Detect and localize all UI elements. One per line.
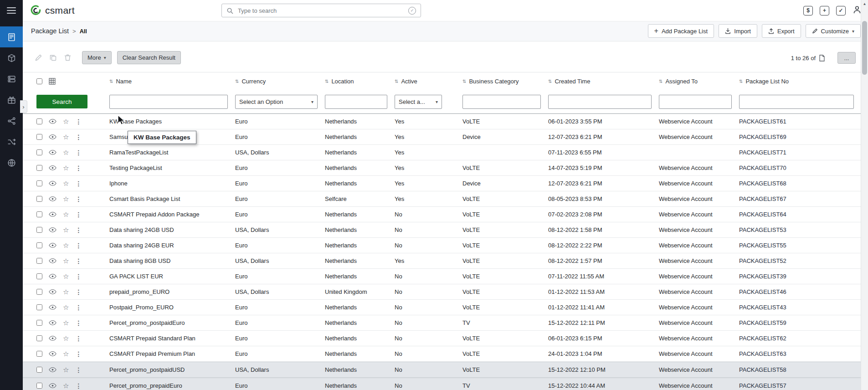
clear-search-button[interactable]: Clear Search Result bbox=[117, 51, 181, 64]
filter-package-list-no-input[interactable] bbox=[739, 95, 854, 109]
row-menu-icon[interactable]: ⋮ bbox=[75, 304, 82, 311]
cell-name[interactable]: Data sharing 8GB USD bbox=[109, 257, 235, 264]
favorite-icon[interactable]: ☆ bbox=[63, 319, 69, 326]
view-icon[interactable] bbox=[49, 212, 56, 217]
favorite-icon[interactable]: ☆ bbox=[63, 366, 69, 373]
view-icon[interactable] bbox=[49, 351, 56, 356]
table-row[interactable]: ☆ ⋮ Data sharing 24GB USD USA, Dollars N… bbox=[23, 222, 861, 238]
table-row[interactable]: ☆ ⋮ Percet_promo_postpaidEuro Euro Nethe… bbox=[23, 315, 861, 331]
tasks-icon[interactable]: ✓ bbox=[836, 6, 846, 15]
row-checkbox[interactable] bbox=[36, 273, 42, 279]
customize-button[interactable]: Customize ▾ bbox=[806, 24, 861, 38]
row-checkbox[interactable] bbox=[36, 227, 42, 233]
table-row[interactable]: ☆ ⋮ Postpaid_Promo_EURO Euro Netherlands… bbox=[23, 300, 861, 315]
user-profile-icon[interactable] bbox=[853, 5, 862, 16]
search-scope-icon[interactable]: ✓ bbox=[408, 7, 416, 15]
view-icon[interactable] bbox=[49, 119, 56, 124]
global-search[interactable]: ✓ bbox=[221, 4, 421, 17]
favorite-icon[interactable]: ☆ bbox=[63, 304, 69, 311]
row-checkbox[interactable] bbox=[36, 165, 42, 171]
view-icon[interactable] bbox=[49, 165, 56, 170]
filter-active-select[interactable]: Select a... ▾ bbox=[395, 95, 442, 109]
row-checkbox[interactable] bbox=[36, 320, 42, 326]
cell-name[interactable]: Iphone bbox=[109, 180, 235, 187]
sort-icon[interactable]: ⇅ bbox=[548, 79, 552, 84]
row-checkbox[interactable] bbox=[36, 180, 42, 186]
scrollbar-thumb[interactable] bbox=[862, 21, 867, 75]
favorite-icon[interactable]: ☆ bbox=[63, 149, 69, 156]
table-row[interactable]: ☆ ⋮ Iphone Euro Netherlands Yes Device 1… bbox=[23, 176, 861, 191]
favorite-icon[interactable]: ☆ bbox=[63, 335, 69, 342]
scroll-up-icon[interactable]: ▲ bbox=[861, 0, 868, 7]
table-row[interactable]: ☆ ⋮ Csmart Basis Package List Euro Selfc… bbox=[23, 191, 861, 207]
column-header-assigned-to[interactable]: ⇅Assigned To bbox=[659, 78, 739, 85]
row-menu-icon[interactable]: ⋮ bbox=[75, 164, 82, 172]
pagination-more-button[interactable]: ... bbox=[837, 52, 856, 64]
sort-icon[interactable]: ⇅ bbox=[109, 79, 113, 84]
column-header-currency[interactable]: ⇅Currency bbox=[235, 78, 325, 85]
edit-icon[interactable] bbox=[34, 53, 43, 62]
row-checkbox[interactable] bbox=[36, 304, 42, 310]
row-menu-icon[interactable]: ⋮ bbox=[75, 273, 82, 280]
row-menu-icon[interactable]: ⋮ bbox=[75, 195, 82, 203]
view-icon[interactable] bbox=[49, 274, 56, 279]
cell-name[interactable]: Percet_promo_prepaidEuro bbox=[109, 382, 235, 389]
delete-icon[interactable] bbox=[63, 53, 72, 62]
cell-name[interactable]: Percet_promo_postpaidUSD bbox=[109, 366, 235, 373]
cell-name[interactable]: Data sharing 24GB EUR bbox=[109, 242, 235, 249]
column-header-location[interactable]: ⇅Location bbox=[325, 78, 395, 85]
filter-assigned-to-input[interactable] bbox=[659, 95, 732, 109]
table-row[interactable]: ☆ ⋮ KW Base Packages Euro Netherlands Ye… bbox=[23, 114, 861, 129]
column-header-package-list-no[interactable]: ⇅Package List No bbox=[739, 78, 861, 85]
cell-name[interactable]: prepaid_promo_EURO bbox=[109, 288, 235, 295]
row-checkbox[interactable] bbox=[36, 258, 42, 264]
sort-icon[interactable]: ⇅ bbox=[395, 79, 398, 84]
cell-name[interactable]: GA PACK LIST EUR bbox=[109, 273, 235, 280]
table-row[interactable]: ☆ ⋮ RamaTestPackageList USA, Dollars Net… bbox=[23, 145, 861, 160]
favorite-icon[interactable]: ☆ bbox=[63, 164, 69, 171]
row-menu-icon[interactable]: ⋮ bbox=[75, 350, 82, 358]
app-logo[interactable]: csmart bbox=[30, 0, 75, 21]
sidebar-item-channels[interactable] bbox=[0, 152, 23, 173]
vertical-scrollbar[interactable]: ▲ bbox=[861, 0, 868, 390]
favorite-icon[interactable]: ☆ bbox=[63, 288, 69, 295]
sidebar-expander[interactable]: › bbox=[20, 100, 27, 113]
row-menu-icon[interactable]: ⋮ bbox=[75, 366, 82, 374]
favorite-icon[interactable]: ☆ bbox=[63, 226, 69, 233]
import-button[interactable]: Import bbox=[719, 24, 757, 38]
sort-icon[interactable]: ⇅ bbox=[462, 79, 466, 84]
view-icon[interactable] bbox=[49, 196, 56, 201]
view-icon[interactable] bbox=[49, 150, 56, 155]
cell-name[interactable]: KW Base Packages bbox=[109, 118, 235, 125]
cell-name[interactable]: Csmart Basis Package List bbox=[109, 195, 235, 202]
row-checkbox[interactable] bbox=[36, 289, 42, 295]
filter-currency-select[interactable]: Select an Option ▾ bbox=[235, 95, 318, 109]
favorite-icon[interactable]: ☆ bbox=[63, 133, 69, 140]
sidebar-item-offers[interactable] bbox=[0, 89, 23, 110]
copy-icon[interactable] bbox=[48, 53, 57, 62]
sidebar-item-inventory[interactable] bbox=[0, 68, 23, 89]
cell-name[interactable]: Data sharing 24GB USD bbox=[109, 226, 235, 233]
search-button[interactable]: Search bbox=[36, 95, 87, 108]
table-row[interactable]: ☆ ⋮ Percet_promo_postpaidUSD USA, Dollar… bbox=[23, 362, 861, 378]
view-icon[interactable] bbox=[49, 134, 56, 139]
cell-name[interactable]: CSMART Prepaid Standard Plan bbox=[109, 335, 235, 342]
favorite-icon[interactable]: ☆ bbox=[63, 180, 69, 187]
row-checkbox[interactable] bbox=[36, 149, 42, 155]
row-menu-icon[interactable]: ⋮ bbox=[75, 242, 82, 249]
row-menu-icon[interactable]: ⋮ bbox=[75, 335, 82, 342]
add-package-list-button[interactable]: + Add Package List bbox=[648, 24, 714, 38]
favorite-icon[interactable]: ☆ bbox=[63, 257, 69, 264]
table-row[interactable]: ☆ ⋮ Percet_promo_prepaidEuro Euro Nether… bbox=[23, 378, 861, 390]
row-checkbox[interactable] bbox=[36, 134, 42, 140]
cell-name[interactable]: RamaTestPackageList bbox=[109, 149, 235, 156]
export-button[interactable]: Export bbox=[762, 24, 801, 38]
view-icon[interactable] bbox=[49, 243, 56, 248]
cell-name[interactable]: CSMART Prepaid Addon Package bbox=[109, 211, 235, 218]
row-checkbox[interactable] bbox=[36, 211, 42, 217]
row-menu-icon[interactable]: ⋮ bbox=[75, 133, 82, 141]
sort-icon[interactable]: ⇅ bbox=[739, 79, 743, 84]
row-menu-icon[interactable]: ⋮ bbox=[75, 319, 82, 327]
row-checkbox[interactable] bbox=[36, 242, 42, 248]
table-row[interactable]: ☆ ⋮ prepaid_promo_EURO USA, Dollars Unit… bbox=[23, 284, 861, 300]
